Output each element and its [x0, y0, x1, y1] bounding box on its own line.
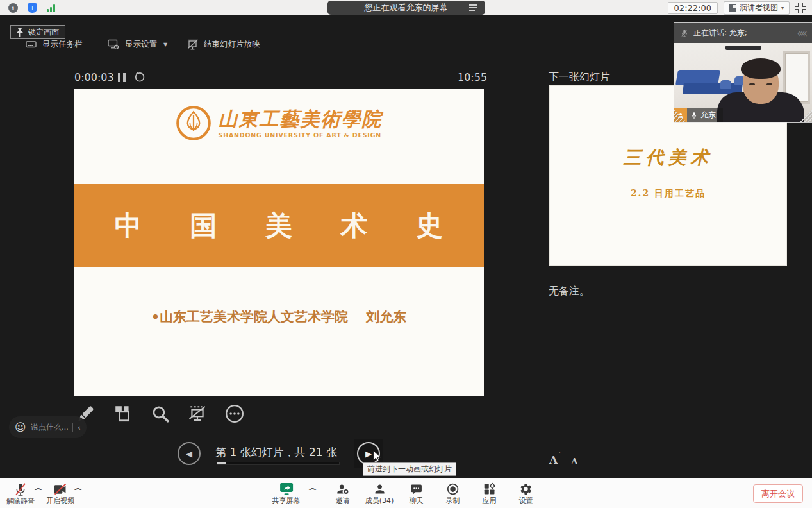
- status-icons: i +: [0, 3, 55, 13]
- slide-progress-bar[interactable]: [217, 462, 340, 465]
- watching-screen-text: 您正在观看允东的屏幕: [365, 2, 448, 13]
- share-screen-label: 共享屏幕: [272, 497, 301, 504]
- speaker-video-feed: 允东: [674, 43, 812, 122]
- slide-title-band: 中 国 美 术 史: [74, 184, 484, 267]
- ellipsis-icon: [224, 403, 245, 424]
- notes-pane-divider: [542, 275, 799, 275]
- slide-navigator-button[interactable]: [113, 402, 133, 425]
- next-slide-panel-label: 下一张幻灯片: [549, 71, 610, 84]
- muted-mic-icon: [681, 28, 688, 38]
- chevron-down-icon: ▼: [163, 42, 167, 47]
- more-options-button[interactable]: [224, 402, 245, 425]
- collapse-video-icon[interactable]: ««: [797, 26, 806, 40]
- speaker-name: 允东: [700, 110, 716, 121]
- slides-grid-icon: [113, 404, 133, 423]
- members-icon: [373, 482, 386, 496]
- chevron-down-icon: ▾: [781, 5, 784, 11]
- resize-corners-icon[interactable]: [795, 3, 806, 13]
- wall-clock: 10:55: [458, 71, 487, 83]
- slideshow-duration: 02:22:00: [668, 2, 718, 14]
- end-slideshow-icon: [187, 39, 199, 50]
- presenter-tools: [76, 402, 245, 425]
- notes-font-controls: Aˆ Aˉ: [549, 453, 580, 466]
- zoom-slide-button[interactable]: [150, 402, 170, 425]
- elapsed-timer: 0:00:03: [74, 71, 114, 83]
- restart-timer-button[interactable]: [135, 72, 145, 85]
- taskbar-icon: [26, 39, 37, 49]
- chevron-up-icon[interactable]: ^: [33, 487, 44, 495]
- chevron-up-icon[interactable]: ^: [73, 487, 83, 495]
- unmute-button[interactable]: 解除静音: [6, 482, 35, 505]
- camera-off-icon: [53, 483, 67, 496]
- end-slideshow-button[interactable]: 结束幻灯片放映: [187, 37, 260, 51]
- chat-button[interactable]: 聊天: [402, 483, 430, 504]
- slide-byline: •山东工艺美术学院人文艺术学院 刘允东: [74, 308, 484, 326]
- speaker-face: [743, 63, 779, 104]
- display-settings-button[interactable]: 显示设置 ▼: [108, 37, 167, 51]
- chat-label: 聊天: [409, 497, 423, 504]
- record-icon: [446, 482, 460, 496]
- pause-timer-button[interactable]: [118, 73, 126, 82]
- display-settings-icon: [108, 39, 120, 50]
- meeting-screen: i + 您正在观看允东的屏幕 02:22:00 演讲者视图 ▾ 锁定画面 显示任…: [0, 0, 812, 508]
- chevron-up-icon[interactable]: ^: [307, 487, 317, 495]
- increase-font-button[interactable]: Aˆ: [549, 453, 560, 466]
- invite-button[interactable]: 邀请: [329, 482, 357, 504]
- emoji-icon[interactable]: ☺: [15, 422, 26, 433]
- show-taskbar-button[interactable]: 显示任务栏: [26, 37, 83, 51]
- presenter-topbar-right: 02:22:00 演讲者视图 ▾: [668, 1, 812, 15]
- logo-english-name: SHANDONG UNIVERSITY OF ART & DESIGN: [219, 131, 383, 139]
- university-logo: 山東工藝美術學院 SHANDONG UNIVERSITY OF ART & DE…: [74, 89, 484, 141]
- title-char: 史: [416, 208, 443, 244]
- view-mode-selector[interactable]: 演讲者视图 ▾: [724, 1, 790, 15]
- screen-toolbar-icon[interactable]: [469, 4, 477, 11]
- top-status-bar: i + 您正在观看允东的屏幕 02:22:00 演讲者视图 ▾: [0, 0, 812, 15]
- leave-meeting-button[interactable]: 离开会议: [753, 484, 803, 503]
- title-char: 美: [265, 208, 292, 244]
- title-char: 国: [190, 208, 217, 244]
- title-char: 中: [115, 208, 142, 244]
- invite-label: 邀请: [336, 497, 350, 504]
- network-signal-icon[interactable]: [47, 4, 55, 12]
- speaker-name-strip: 允东: [687, 108, 723, 122]
- pin-icon: [17, 28, 24, 37]
- mouse-cursor: [373, 450, 381, 465]
- show-taskbar-label: 显示任务栏: [42, 39, 83, 50]
- share-screen-button[interactable]: 共享屏幕: [272, 482, 301, 504]
- next-slide-title: 三代美术: [550, 146, 786, 170]
- mic-icon: [691, 111, 697, 119]
- gear-icon: [519, 482, 533, 496]
- start-video-label: 开启视频: [46, 497, 74, 504]
- chat-input[interactable]: 说点什么...: [31, 422, 68, 433]
- collapse-chat-icon[interactable]: ‹: [78, 423, 81, 432]
- speaker-status-bar: 正在讲话: 允东; ««: [674, 23, 812, 43]
- logo-chinese-name: 山東工藝美術學院: [219, 108, 383, 130]
- black-screen-button[interactable]: [187, 402, 208, 425]
- chat-overlay: ☺ 说点什么... ‹: [9, 416, 87, 438]
- start-video-button[interactable]: 开启视频: [46, 483, 74, 504]
- muted-mic-icon: [14, 482, 27, 496]
- slide-position-text: 第 1 张幻灯片，共 21 张: [215, 445, 337, 460]
- display-settings-label: 显示设置: [125, 39, 157, 50]
- settings-label: 设置: [518, 497, 533, 504]
- speaker-video-thumbnail[interactable]: 正在讲话: 允东; «« 允东: [674, 23, 812, 122]
- next-slide-subtitle: 2.2 日用工艺品: [550, 188, 786, 199]
- share-screen-icon: [279, 482, 294, 496]
- left-arrow-icon: ◀: [186, 449, 192, 459]
- apps-icon: [483, 482, 496, 496]
- decrease-font-button[interactable]: Aˉ: [571, 456, 580, 466]
- members-button[interactable]: 成员(34): [365, 482, 394, 504]
- layout-icon: [729, 4, 736, 12]
- right-arrow-icon: ▶: [365, 449, 372, 459]
- info-icon[interactable]: i: [8, 3, 18, 13]
- record-label: 录制: [445, 497, 460, 504]
- view-mode-label: 演讲者视图: [740, 3, 778, 13]
- previous-slide-button[interactable]: ◀: [178, 442, 201, 465]
- blank-screen-icon: [187, 404, 208, 423]
- apps-button[interactable]: 应用: [475, 482, 503, 504]
- restart-icon: [135, 72, 145, 83]
- settings-button[interactable]: 设置: [511, 482, 540, 504]
- shield-protect-icon[interactable]: +: [28, 3, 37, 13]
- record-button[interactable]: 录制: [438, 482, 467, 504]
- watching-screen-banner[interactable]: 您正在观看允东的屏幕: [327, 1, 485, 15]
